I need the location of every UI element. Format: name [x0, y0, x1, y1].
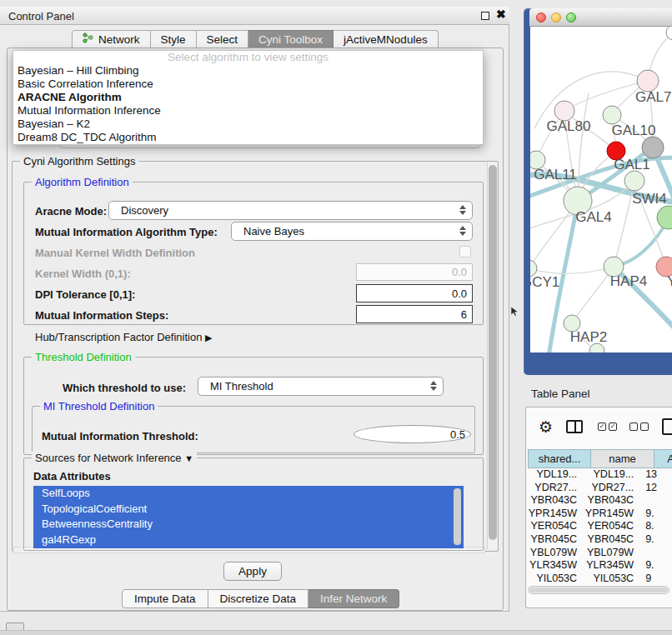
sources-title-label: Sources for Network Inference: [35, 452, 182, 464]
mi-steps-field[interactable]: [356, 305, 473, 323]
table-row[interactable]: YIL053CYIL053C9: [528, 572, 671, 586]
column-header-shared-name[interactable]: shared...: [528, 449, 591, 468]
network-node[interactable]: [624, 171, 644, 191]
network-graph: GAL7GAL80GAL10GAL1GAL11SWI4GAL4GCY1HAP4Y…: [530, 27, 672, 352]
table-row[interactable]: YBL079WYBL079W: [528, 547, 671, 560]
table-cell: [641, 494, 671, 508]
network-node-label: SWI4: [632, 191, 667, 207]
settings-group-title: Cyni Algorithm Settings: [20, 155, 138, 168]
network-canvas[interactable]: GAL7GAL80GAL10GAL1GAL11SWI4GAL4GCY1HAP4Y…: [530, 27, 672, 352]
attribute-list-item[interactable]: SelfLoops: [33, 486, 464, 502]
collapsed-arrow-icon: ▶: [205, 332, 212, 342]
checked-checkbox-pair-icon[interactable]: ✓✓: [598, 422, 617, 431]
zoom-traffic-light-icon[interactable]: [566, 12, 576, 22]
control-panel-tabbar: Network Style Select Cyni Toolbox jActiv…: [72, 30, 439, 48]
attribute-list-item[interactable]: TopologicalCoefficient: [33, 502, 464, 518]
network-node-label: GAL11: [534, 167, 577, 182]
algorithm-option[interactable]: Mutual Information Inference: [13, 104, 483, 118]
minimize-traffic-light-icon[interactable]: [551, 12, 561, 22]
expanded-arrow-icon: ▼: [184, 453, 193, 463]
table-cell: YDR27...: [528, 482, 584, 495]
network-edge: [530, 267, 614, 274]
threshold-definition-title: Threshold Definition: [32, 351, 135, 363]
dpi-tolerance-label: DPI Tolerance [0,1]:: [35, 288, 135, 301]
table-cell: 9.: [641, 533, 671, 547]
table-cell: YDL19...: [584, 468, 641, 482]
apply-button[interactable]: Apply: [223, 562, 282, 581]
algorithm-option[interactable]: Basic Correlation Inference: [13, 78, 483, 91]
hub-definition-toggle[interactable]: Hub/Transcription Factor Definition ▶: [35, 331, 212, 343]
attributes-scrollbar-thumb[interactable]: [454, 488, 461, 545]
document-icon[interactable]: [662, 418, 672, 435]
stepper-arrows-icon: [459, 205, 466, 215]
data-attributes-label: Data Attributes: [33, 470, 111, 482]
gear-icon[interactable]: ⚙: [539, 418, 553, 437]
table-toolbar: ⚙ ✓✓: [526, 412, 672, 444]
network-window-titlebar[interactable]: [529, 8, 672, 27]
table-row[interactable]: YBR045CYBR045C9.: [528, 533, 671, 547]
scrollbar-thumb[interactable]: [489, 165, 497, 540]
algorithm-option[interactable]: Bayesian – Hill Climbing: [13, 64, 483, 78]
tab-jactivemnodules[interactable]: jActiveMNodules: [333, 30, 439, 48]
aracne-mode-value: Discovery: [121, 204, 168, 217]
close-icon[interactable]: ✖: [496, 8, 506, 21]
table-cell: 9.: [641, 559, 671, 572]
table-row[interactable]: YBR043CYBR043C: [528, 494, 671, 508]
sources-group-title[interactable]: Sources for Network Inference ▼: [32, 452, 197, 464]
table-horizontal-scrollbar[interactable]: [528, 586, 669, 594]
which-threshold-label: Which threshold to use:: [63, 382, 186, 394]
tab-discretize-data[interactable]: Discretize Data: [208, 589, 309, 608]
algorithm-dropdown-placeholder: Select algorithm to view settings: [13, 51, 483, 64]
float-window-icon[interactable]: [481, 12, 489, 20]
kernel-width-field: [356, 263, 473, 281]
column-header-cut[interactable]: A: [654, 449, 672, 468]
which-threshold-combo[interactable]: MI Threshold: [198, 377, 444, 396]
tab-impute-data[interactable]: Impute Data: [122, 589, 208, 608]
scrollbar-thumb[interactable]: [529, 588, 668, 592]
algorithm-option[interactable]: ARACNE Algorithm: [13, 91, 483, 104]
table-cell: YBR045C: [528, 533, 584, 547]
stepper-arrows-icon: [459, 226, 466, 236]
tab-infer-network[interactable]: Infer Network: [308, 589, 399, 608]
network-node-label: GAL10: [612, 122, 656, 138]
mi-type-value: Naive Bayes: [243, 225, 304, 238]
dpi-tolerance-field[interactable]: [356, 284, 473, 302]
table-row[interactable]: YER054CYER054C8.: [528, 520, 671, 533]
tab-network[interactable]: Network: [72, 30, 151, 48]
table-row[interactable]: YDR27...YDR27...12: [528, 482, 671, 495]
manual-kernel-checkbox: [459, 246, 471, 258]
attribute-list-item[interactable]: gal4RGexp: [33, 532, 464, 548]
aracne-mode-label: Aracne Mode:: [35, 205, 107, 218]
network-node-label: GAL1: [614, 157, 649, 172]
table-cell: [641, 547, 671, 560]
column-header-name[interactable]: name: [591, 449, 654, 468]
bottom-status-strip: [0, 630, 672, 635]
close-traffic-light-icon[interactable]: [536, 12, 546, 22]
unchecked-checkbox-pair-icon[interactable]: [629, 422, 649, 431]
network-node[interactable]: [603, 106, 621, 124]
tab-style[interactable]: Style: [151, 30, 197, 48]
table-row[interactable]: YLR345WYLR345W9.: [528, 559, 671, 572]
mi-type-combo[interactable]: Naive Bayes: [231, 222, 473, 241]
network-node[interactable]: [642, 137, 664, 158]
table-row[interactable]: YPR145WYPR145W9.: [528, 508, 671, 521]
tab-cyni-toolbox[interactable]: Cyni Toolbox: [248, 30, 333, 48]
attribute-list-item[interactable]: BetweennessCentrality: [33, 517, 464, 532]
algorithm-option[interactable]: Bayesian – K2: [13, 118, 483, 131]
split-columns-icon[interactable]: [566, 420, 583, 433]
algorithm-option[interactable]: Dream8 DC_TDC Algorithm: [13, 131, 483, 144]
screen: Control Panel ✖ Network Style Select Cyn…: [0, 0, 672, 635]
mi-threshold-field[interactable]: [354, 425, 471, 443]
tab-style-label: Style: [161, 33, 186, 46]
tab-select[interactable]: Select: [197, 30, 249, 48]
table-cell: YBR043C: [584, 494, 641, 508]
table-cell: YBL079W: [584, 547, 641, 560]
aracne-mode-combo[interactable]: Discovery: [108, 201, 473, 220]
table-row[interactable]: YDL19...YDL19...13: [528, 468, 671, 482]
table-cell: YPR145W: [528, 508, 584, 521]
table-cell: YIL053C: [584, 572, 641, 586]
table-cell: YDR27...: [584, 482, 641, 495]
settings-vertical-scrollbar[interactable]: [487, 162, 498, 549]
table-cell: 9: [641, 572, 671, 586]
network-node[interactable]: [657, 206, 672, 229]
